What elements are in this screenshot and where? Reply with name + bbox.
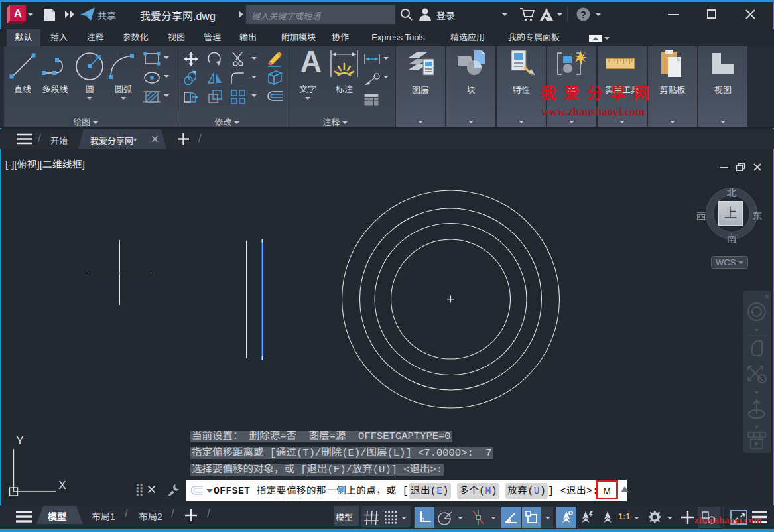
svg-text:?: ?: [580, 9, 586, 20]
svg-text:X: X: [58, 479, 66, 492]
svg-text:Y: Y: [16, 434, 23, 447]
svg-text:A: A: [14, 7, 22, 20]
